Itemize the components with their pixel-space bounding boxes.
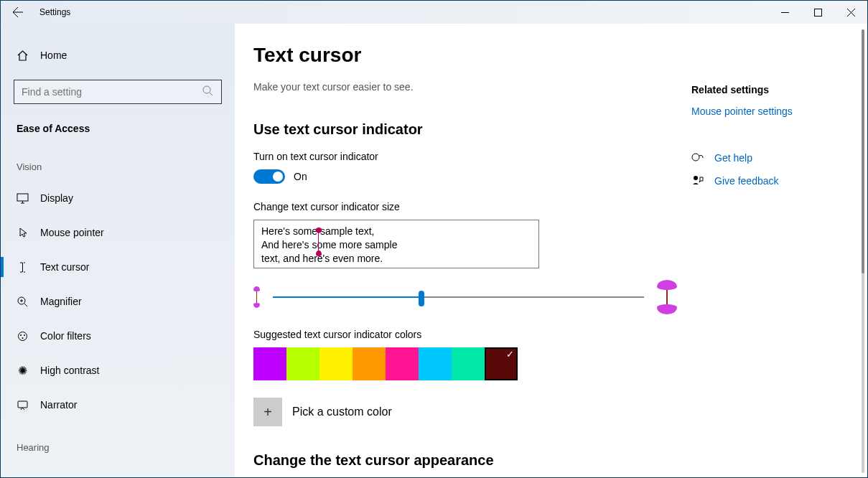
mouse-pointer-icon	[17, 227, 29, 239]
svg-rect-8	[18, 401, 27, 408]
sample-line: Here's some sample text,	[261, 225, 531, 238]
link-get-help[interactable]: Get help	[714, 152, 752, 164]
related-panel: Related settings Mouse pointer settings …	[677, 44, 864, 477]
svg-point-4	[19, 332, 27, 340]
close-button[interactable]	[834, 1, 867, 24]
color-swatch[interactable]	[386, 347, 419, 380]
link-give-feedback[interactable]: Give feedback	[714, 175, 779, 187]
magnifier-icon	[17, 296, 29, 308]
sidebar-item-label: Magnifier	[40, 296, 82, 307]
search-input[interactable]	[14, 80, 222, 104]
section-appearance-title: Change the text cursor appearance	[253, 452, 677, 469]
sidebar-item-high-contrast[interactable]: ✺ High contrast	[1, 353, 235, 388]
window-title: Settings	[39, 7, 70, 17]
indicator-toggle[interactable]	[253, 169, 285, 184]
svg-point-9	[692, 154, 699, 161]
sidebar-item-label: Narrator	[40, 399, 77, 411]
sidebar-item-display[interactable]: Display	[1, 181, 235, 215]
high-contrast-icon: ✺	[17, 365, 29, 377]
cursor-indicator-bottom	[316, 250, 322, 256]
close-icon	[847, 9, 855, 17]
search-icon	[202, 85, 213, 99]
size-min-icon	[253, 286, 260, 308]
color-swatch[interactable]	[353, 347, 386, 380]
home-nav[interactable]: Home	[1, 41, 235, 70]
home-label: Home	[40, 50, 67, 61]
size-slider[interactable]	[273, 289, 644, 306]
cursor-indicator-bar	[318, 232, 319, 252]
home-icon	[17, 50, 29, 62]
size-max-icon	[657, 280, 677, 314]
sidebar-item-label: Mouse pointer	[40, 227, 104, 238]
svg-rect-2	[17, 194, 28, 201]
category-title: Ease of Access	[1, 104, 235, 141]
minimize-icon	[781, 9, 789, 17]
plus-icon: +	[263, 404, 272, 421]
window-controls	[768, 1, 867, 24]
maximize-icon	[814, 9, 822, 17]
svg-point-7	[22, 337, 24, 339]
page-description: Make your text cursor easier to see.	[253, 81, 677, 93]
sidebar-item-color-filters[interactable]: Color filters	[1, 319, 235, 353]
colors-label: Suggested text cursor indicator colors	[253, 329, 677, 340]
minimize-button[interactable]	[768, 1, 801, 24]
sidebar-item-magnifier[interactable]: Magnifier	[1, 284, 235, 319]
sidebar-item-label: High contrast	[40, 365, 99, 376]
color-swatches	[253, 347, 677, 380]
sample-line: And here's some more sample	[261, 238, 531, 252]
main-content: Text cursor Make your text cursor easier…	[235, 24, 867, 477]
arrow-left-icon	[12, 6, 24, 18]
related-title: Related settings	[691, 84, 864, 95]
sidebar: Home Ease of Access Vision Display Mouse…	[1, 24, 235, 477]
color-swatch[interactable]	[253, 347, 286, 380]
color-swatch[interactable]	[452, 347, 485, 380]
custom-color-label: Pick a custom color	[292, 406, 392, 418]
sidebar-item-label: Display	[40, 192, 73, 204]
narrator-icon	[17, 399, 29, 411]
svg-rect-0	[814, 9, 821, 16]
section-indicator-title: Use text cursor indicator	[253, 121, 677, 138]
color-filters-icon	[17, 330, 29, 342]
size-label: Change text cursor indicator size	[253, 201, 677, 212]
maximize-button[interactable]	[801, 1, 834, 24]
svg-point-10	[694, 176, 698, 180]
svg-point-5	[20, 334, 22, 336]
feedback-icon	[691, 174, 704, 187]
help-icon	[691, 151, 704, 164]
sample-preview: Here's some sample text, And here's some…	[253, 220, 539, 268]
back-button[interactable]	[1, 1, 35, 24]
scrollbar[interactable]	[862, 29, 864, 473]
toggle-state: On	[294, 171, 307, 182]
group-vision: Vision	[1, 141, 235, 181]
sidebar-item-mouse-pointer[interactable]: Mouse pointer	[1, 215, 235, 250]
title-bar: Settings	[1, 1, 867, 24]
sidebar-item-label: Text cursor	[40, 261, 89, 273]
color-swatch[interactable]	[286, 347, 319, 380]
sidebar-item-narrator[interactable]: Narrator	[1, 388, 235, 422]
custom-color-button[interactable]: +	[253, 398, 282, 426]
toggle-label: Turn on text cursor indicator	[253, 151, 677, 162]
svg-point-6	[24, 334, 25, 336]
color-swatch[interactable]	[319, 347, 353, 380]
sample-line: text, and here's even more.	[261, 252, 531, 266]
svg-point-1	[203, 86, 210, 93]
group-hearing: Hearing	[1, 422, 235, 461]
sidebar-item-label: Color filters	[40, 330, 91, 342]
color-swatch[interactable]	[419, 347, 452, 380]
display-icon	[17, 192, 29, 205]
color-swatch[interactable]	[485, 347, 518, 380]
sidebar-item-text-cursor[interactable]: Text cursor	[1, 250, 235, 284]
page-title: Text cursor	[253, 44, 677, 67]
text-cursor-icon	[17, 261, 29, 273]
link-mouse-pointer-settings[interactable]: Mouse pointer settings	[691, 106, 864, 117]
